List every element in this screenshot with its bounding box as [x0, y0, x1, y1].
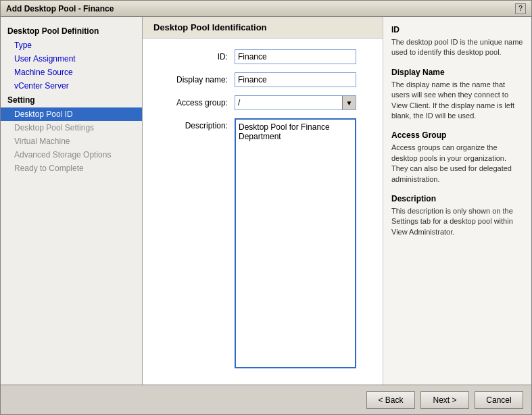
sidebar-item-desktop-pool-settings: Desktop Pool Settings: [1, 121, 142, 135]
back-button[interactable]: < Back: [366, 391, 415, 409]
sidebar-item-machine-source[interactable]: Machine Source: [1, 66, 142, 79]
footer: < Back Next > Cancel: [1, 385, 531, 414]
display-name-label: Display name:: [153, 72, 235, 84]
id-input[interactable]: [235, 49, 356, 64]
form-header: Desktop Pool Identification: [143, 17, 383, 39]
display-name-row: Display name:: [153, 72, 372, 87]
form-body: ID: Display name: Access group:: [143, 39, 383, 385]
help-title-access-group: Access Group: [391, 130, 523, 140]
id-label: ID:: [153, 49, 235, 62]
sidebar-item-ready-to-complete: Ready to Complete: [1, 162, 142, 175]
access-group-row: Access group: / ▼: [153, 95, 372, 110]
id-row: ID:: [153, 49, 372, 64]
description-row: Description: Desktop Pool for Finance De…: [153, 118, 372, 370]
access-group-select[interactable]: /: [235, 96, 356, 109]
help-title-id: ID: [391, 25, 523, 34]
sidebar-item-advanced-storage-options: Advanced Storage Options: [1, 148, 142, 162]
sidebar-item-user-assignment[interactable]: User Assignment: [1, 52, 142, 66]
id-control: [235, 49, 372, 64]
help-title-display-name: Display Name: [391, 68, 523, 77]
display-name-control: [235, 72, 372, 87]
sidebar: Desktop Pool Definition Type User Assign…: [1, 17, 143, 385]
help-section-display-name: Display Name The display name is the nam…: [391, 68, 523, 122]
help-panel: ID The desktop pool ID is the unique nam…: [383, 17, 531, 385]
sidebar-item-virtual-machine: Virtual Machine: [1, 135, 142, 148]
help-section-description: Description This description is only sho…: [391, 194, 523, 237]
title-bar: Add Desktop Pool - Finance ?: [1, 1, 531, 17]
form-area: Desktop Pool Identification ID: Display …: [143, 17, 383, 385]
access-group-select-container[interactable]: / ▼: [235, 95, 356, 110]
help-section-access-group: Access Group Access groups can organize …: [391, 130, 523, 185]
main-content: Desktop Pool Definition Type User Assign…: [1, 17, 531, 385]
window-title: Add Desktop Pool - Finance: [6, 4, 114, 14]
cancel-button[interactable]: Cancel: [475, 391, 523, 409]
help-title-description: Description: [391, 194, 523, 203]
access-group-control: / ▼: [235, 95, 372, 110]
sidebar-section-definition: Desktop Pool Definition: [1, 24, 142, 39]
sidebar-section-setting: Setting: [1, 93, 142, 107]
description-label: Description:: [153, 118, 235, 130]
help-text-description: This description is only shown on the Se…: [391, 206, 523, 237]
main-window: Add Desktop Pool - Finance ? Desktop Poo…: [0, 0, 532, 415]
help-text-display-name: The display name is the name that users …: [391, 80, 523, 122]
display-name-input[interactable]: [235, 72, 356, 87]
help-button[interactable]: ?: [515, 3, 526, 14]
help-section-id: ID The desktop pool ID is the unique nam…: [391, 25, 523, 58]
access-group-label: Access group:: [153, 95, 235, 107]
description-control: Desktop Pool for Finance Department: [235, 118, 372, 370]
help-text-id: The desktop pool ID is the unique name u…: [391, 37, 523, 58]
sidebar-item-desktop-pool-id[interactable]: Desktop Pool ID: [1, 107, 142, 121]
description-textarea[interactable]: Desktop Pool for Finance Department: [235, 118, 356, 368]
sidebar-item-type[interactable]: Type: [1, 39, 142, 52]
help-text-access-group: Access groups can organize the desktop p…: [391, 143, 523, 185]
sidebar-item-vcenter-server[interactable]: vCenter Server: [1, 79, 142, 93]
next-button[interactable]: Next >: [420, 391, 469, 409]
